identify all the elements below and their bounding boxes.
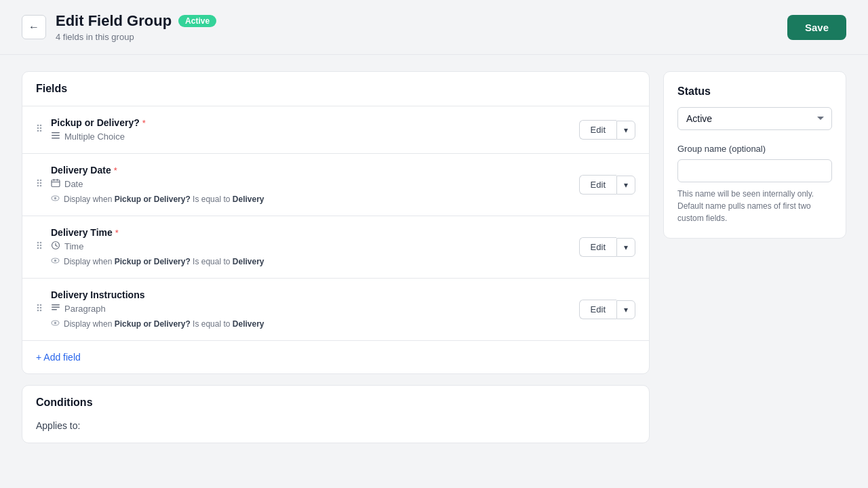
field-item: Delivery InstructionsParagraphDisplay wh… [22,279,649,340]
page-title-block: Edit Field Group Active 4 fields in this… [56,12,216,42]
svg-point-42 [54,322,56,324]
svg-point-37 [40,309,42,311]
field-condition-row: Display when Pickup or Delivery? Is equa… [51,319,571,329]
field-name-row: Delivery Instructions [51,289,571,300]
group-name-hint: This name will be seen internally only. … [677,188,832,224]
field-actions: Edit▾ [579,175,635,195]
active-badge: Active [178,15,216,27]
svg-rect-39 [52,307,60,308]
field-type-label: Paragraph [64,304,106,314]
field-actions: Edit▾ [579,237,635,257]
svg-point-12 [40,182,42,184]
svg-point-0 [37,124,39,126]
page-title: Edit Field Group [56,12,172,30]
svg-point-34 [37,306,39,308]
field-name-row: Delivery Date* [51,165,571,176]
field-info: Delivery Time*TimeDisplay when Pickup or… [51,227,571,267]
field-type-icon [51,131,60,142]
fields-list: Pickup or Delivery?*Multiple ChoiceEdit▾… [22,106,649,340]
top-bar-left: ← Edit Field Group Active 4 fields in th… [22,12,216,42]
drag-handle-icon[interactable] [36,241,43,254]
field-condition-text: Display when Pickup or Delivery? Is equa… [64,195,264,204]
field-dropdown-button[interactable]: ▾ [616,176,635,195]
required-asterisk: * [115,228,119,238]
field-edit-button[interactable]: Edit [579,120,616,140]
eye-icon [51,319,60,329]
field-dropdown-button[interactable]: ▾ [616,238,635,257]
svg-point-23 [37,244,39,246]
svg-rect-15 [52,180,60,187]
field-condition-row: Display when Pickup or Delivery? Is equa… [51,256,571,267]
eye-icon [51,194,60,205]
field-actions: Edit▾ [579,300,635,319]
field-name: Delivery Time [51,227,113,238]
field-type-icon [51,303,60,314]
field-type-row: Multiple Choice [51,131,571,142]
svg-point-5 [40,129,42,131]
field-item: Pickup or Delivery?*Multiple ChoiceEdit▾ [22,106,649,154]
field-type-row: Paragraph [51,303,571,314]
svg-point-9 [37,179,39,181]
group-name-input[interactable] [677,159,832,182]
svg-rect-8 [52,138,60,139]
field-name-row: Delivery Time* [51,227,571,238]
svg-point-4 [37,129,39,131]
field-info: Pickup or Delivery?*Multiple Choice [51,117,571,142]
required-asterisk: * [114,165,117,176]
field-edit-button[interactable]: Edit [579,237,616,257]
conditions-card-title: Conditions [36,396,93,408]
field-info: Delivery InstructionsParagraphDisplay wh… [51,289,571,329]
svg-point-22 [40,241,42,243]
conditions-card-header: Conditions [22,386,649,420]
status-card: Status ActiveInactive Group name (option… [663,71,846,239]
required-asterisk: * [142,118,146,128]
drag-handle-icon[interactable] [36,123,43,137]
conditions-content: Applies to: [22,420,649,443]
field-dropdown-button[interactable]: ▾ [616,121,635,140]
field-condition-text: Display when Pickup or Delivery? Is equa… [64,257,264,266]
svg-point-36 [37,309,39,311]
field-name: Delivery Instructions [51,289,145,300]
field-type-label: Time [64,241,83,251]
status-select[interactable]: ActiveInactive [677,107,832,130]
drag-handle-icon[interactable] [36,178,43,192]
field-type-row: Time [51,241,571,252]
field-edit-button[interactable]: Edit [579,300,616,319]
svg-rect-38 [52,304,60,306]
svg-point-26 [40,247,42,249]
field-name-row: Pickup or Delivery?* [51,117,571,128]
conditions-card: Conditions Applies to: [22,385,650,443]
svg-point-11 [37,182,39,184]
page-subtitle: 4 fields in this group [56,32,216,42]
svg-point-10 [40,179,42,181]
field-name: Delivery Date [51,165,111,176]
field-condition-row: Display when Pickup or Delivery? Is equa… [51,194,571,205]
svg-point-20 [54,197,56,199]
fields-card-header: Fields [22,72,649,106]
drag-handle-icon[interactable] [36,303,43,317]
svg-point-25 [37,247,39,249]
right-panel: Status ActiveInactive Group name (option… [663,71,846,239]
svg-line-29 [56,245,58,247]
field-item: Delivery Time*TimeDisplay when Pickup or… [22,216,649,279]
field-type-label: Date [64,179,83,189]
status-card-title: Status [677,85,832,98]
back-button[interactable]: ← [22,15,46,39]
field-type-label: Multiple Choice [64,131,125,142]
field-name: Pickup or Delivery? [51,117,140,128]
svg-point-35 [40,306,42,308]
applies-to-label: Applies to: [36,420,80,431]
svg-point-13 [37,184,39,186]
svg-point-14 [40,184,42,186]
page-title-row: Edit Field Group Active [56,12,216,30]
field-actions: Edit▾ [579,120,635,140]
svg-point-32 [37,304,39,306]
svg-point-33 [40,304,42,306]
left-panel: Fields Pickup or Delivery?*Multiple Choi… [22,71,650,443]
svg-point-3 [40,127,42,129]
svg-point-24 [40,244,42,246]
field-edit-button[interactable]: Edit [579,175,616,195]
add-field-button[interactable]: + Add field [36,352,81,363]
save-button[interactable]: Save [787,15,846,40]
field-dropdown-button[interactable]: ▾ [616,300,635,319]
